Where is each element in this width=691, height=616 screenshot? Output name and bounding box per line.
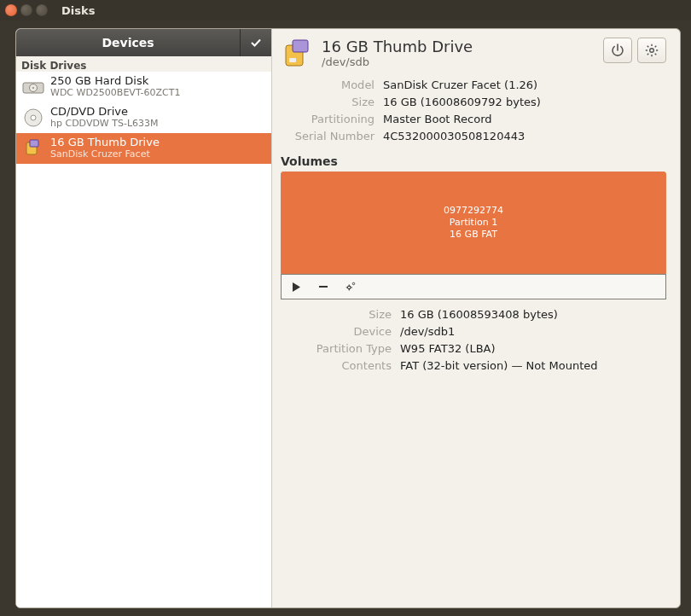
check-icon <box>250 37 262 49</box>
window-title: Disks <box>61 4 95 17</box>
value-serial: 4C532000030508120443 <box>383 130 666 142</box>
details-header: 16 GB Thumb Drive /dev/sdb <box>281 38 666 72</box>
label-vol-contents: Contents <box>281 359 392 372</box>
svg-point-2 <box>32 87 34 89</box>
svg-line-15 <box>647 46 649 48</box>
sidebar: Devices Disk Drives 250 GB Hard Disk WDC… <box>16 29 272 607</box>
volume-properties: Size 16 GB (16008593408 bytes) Device /d… <box>281 308 666 372</box>
svg-line-17 <box>647 54 649 55</box>
value-size: 16 GB (16008609792 bytes) <box>383 96 666 108</box>
drive-title: 16 GB Thumb Drive <box>50 137 160 149</box>
gear-icon <box>645 44 659 57</box>
value-vol-contents: FAT (32-bit version) — Not Mounted <box>400 359 666 372</box>
drive-subtitle: SanDisk Cruzer Facet <box>50 149 160 160</box>
titlebar: Disks <box>0 0 691 20</box>
drive-item-cd-dvd[interactable]: CD/DVD Drive hp CDDVDW TS-L633M <box>16 102 271 133</box>
drive-list: 250 GB Hard Disk WDC WD2500BEVT-60ZCT1 C… <box>16 72 271 607</box>
svg-line-18 <box>655 46 657 48</box>
svg-point-4 <box>31 115 36 120</box>
hard-disk-icon <box>21 75 45 99</box>
header-actions <box>603 38 666 63</box>
drive-properties: Model SanDisk Cruzer Facet (1.26) Size 1… <box>281 78 666 142</box>
details-pane: 16 GB Thumb Drive /dev/sdb Model SanDisk… <box>272 29 680 607</box>
drive-item-thumb-drive[interactable]: 16 GB Thumb Drive SanDisk Cruzer Facet <box>16 133 271 164</box>
label-serial: Serial Number <box>281 130 375 142</box>
power-icon <box>611 44 624 57</box>
settings-button[interactable] <box>637 38 666 63</box>
play-icon <box>292 282 301 292</box>
close-icon[interactable] <box>5 4 17 16</box>
svg-rect-19 <box>319 286 328 288</box>
value-partitioning: Master Boot Record <box>383 113 666 125</box>
apply-button[interactable] <box>241 29 271 56</box>
label-size: Size <box>281 96 375 108</box>
svg-rect-8 <box>293 40 308 52</box>
details-title-block: 16 GB Thumb Drive /dev/sdb <box>322 38 473 68</box>
label-model: Model <box>281 78 375 91</box>
svg-point-25 <box>352 282 354 284</box>
value-vol-size: 16 GB (16008593408 bytes) <box>400 308 666 321</box>
drive-title: CD/DVD Drive <box>50 106 159 119</box>
details-title: 16 GB Thumb Drive <box>322 38 473 55</box>
volume-layout[interactable]: 0977292774 Partition 1 16 GB FAT <box>281 171 666 274</box>
app-frame: Devices Disk Drives 250 GB Hard Disk WDC… <box>15 28 681 608</box>
sidebar-header: Devices <box>16 29 271 56</box>
drive-item-hard-disk[interactable]: 250 GB Hard Disk WDC WD2500BEVT-60ZCT1 <box>16 72 271 102</box>
label-vol-size: Size <box>281 308 392 321</box>
label-vol-ptype: Partition Type <box>281 342 392 355</box>
usb-drive-icon <box>281 38 315 72</box>
drive-text: 16 GB Thumb Drive SanDisk Cruzer Facet <box>50 137 160 160</box>
svg-line-16 <box>655 54 657 55</box>
sidebar-title: Devices <box>16 29 241 56</box>
minimize-icon[interactable] <box>20 4 32 16</box>
svg-point-20 <box>348 286 351 289</box>
value-vol-device: /dev/sdb1 <box>400 325 666 338</box>
label-partitioning: Partitioning <box>281 113 375 125</box>
drive-text: CD/DVD Drive hp CDDVDW TS-L633M <box>50 106 159 130</box>
gears-icon <box>345 281 357 293</box>
drive-subtitle: hp CDDVDW TS-L633M <box>50 119 159 130</box>
delete-partition-button[interactable] <box>316 279 331 294</box>
partition-name: 0977292774 <box>444 205 503 217</box>
volumes-section-title: Volumes <box>281 154 666 168</box>
more-actions-button[interactable] <box>343 279 358 294</box>
label-vol-device: Device <box>281 325 392 338</box>
partition-size: 16 GB FAT <box>450 229 497 241</box>
sidebar-section-label: Disk Drives <box>16 56 271 72</box>
volume-toolbar <box>281 274 666 299</box>
power-button[interactable] <box>603 38 632 63</box>
details-subtitle: /dev/sdb <box>322 55 473 68</box>
drive-title: 250 GB Hard Disk <box>50 75 181 88</box>
value-model: SanDisk Cruzer Facet (1.26) <box>383 78 666 91</box>
value-vol-ptype: W95 FAT32 (LBA) <box>400 342 666 355</box>
drive-subtitle: WDC WD2500BEVT-60ZCT1 <box>50 88 181 99</box>
optical-drive-icon <box>21 106 45 130</box>
svg-point-10 <box>650 49 654 53</box>
maximize-icon[interactable] <box>36 4 48 16</box>
mount-button[interactable] <box>288 279 304 294</box>
drive-text: 250 GB Hard Disk WDC WD2500BEVT-60ZCT1 <box>50 75 181 99</box>
svg-rect-9 <box>289 58 296 62</box>
minus-icon <box>318 282 328 292</box>
partition-label: Partition 1 <box>450 217 497 229</box>
svg-rect-6 <box>30 140 38 147</box>
usb-drive-icon <box>21 137 45 160</box>
